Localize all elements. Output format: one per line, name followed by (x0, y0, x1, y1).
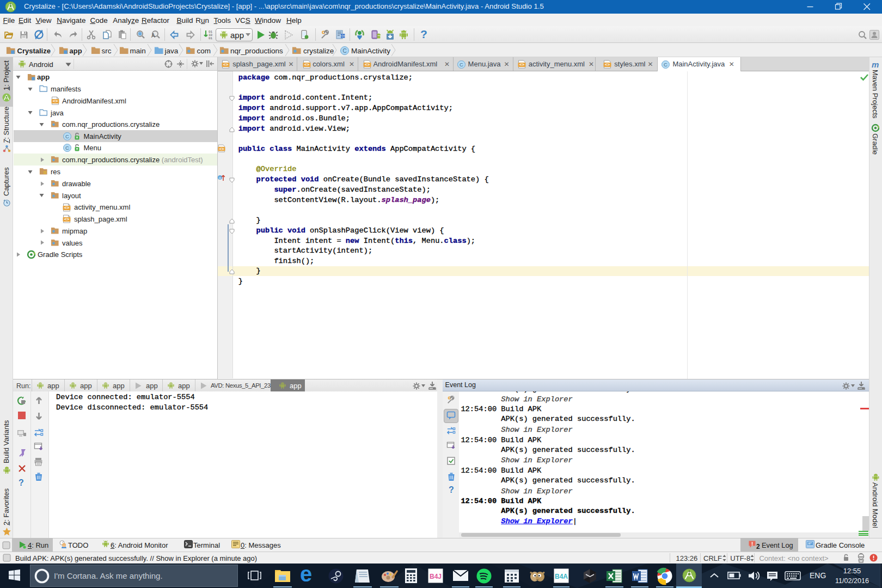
svg-text:B4A: B4A (555, 573, 568, 580)
svg-text:<>: <> (304, 62, 310, 67)
svg-text:<>: <> (219, 147, 224, 151)
svg-text:A: A (151, 33, 155, 39)
svg-text:<>: <> (223, 62, 229, 67)
svg-text:C: C (65, 133, 69, 139)
svg-text:B4J: B4J (430, 573, 442, 580)
svg-text:<>: <> (605, 62, 610, 67)
svg-text:o: o (219, 176, 221, 180)
svg-text:<>: <> (519, 62, 525, 67)
svg-text:<>: <> (64, 205, 70, 210)
svg-text:<>: <> (53, 99, 58, 103)
svg-text:<>: <> (365, 62, 370, 67)
svg-text:01: 01 (209, 36, 213, 40)
svg-text:C: C (342, 47, 346, 53)
svg-text:C: C (460, 62, 463, 68)
svg-text:C: C (664, 62, 667, 68)
svg-text:<>: <> (64, 217, 70, 222)
svg-text:C: C (65, 145, 69, 151)
